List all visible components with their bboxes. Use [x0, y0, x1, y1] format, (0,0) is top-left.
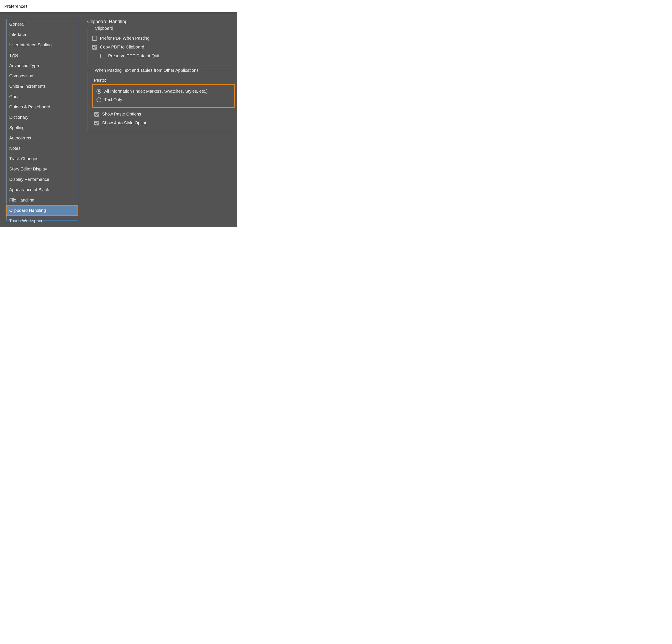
radio-text-only-label: Text Only	[104, 97, 122, 102]
paste-label: Paste:	[94, 78, 235, 83]
sidebar-item-ui-scaling[interactable]: User Interface Scaling	[7, 40, 78, 50]
preserve-pdf-row[interactable]: Preserve PDF Data at Quit	[100, 54, 235, 58]
sidebar-item-general[interactable]: General	[7, 19, 78, 29]
window-title: Preferences	[0, 0, 237, 12]
sidebar-item-advanced-type[interactable]: Advanced Type	[7, 60, 78, 71]
paste-radio-group: All Information (Index Markers, Swatches…	[92, 84, 235, 108]
sidebar-item-interface[interactable]: Interface	[7, 29, 78, 40]
radio-all-information-input[interactable]	[96, 89, 101, 94]
content-panel: Clipboard Handling Clipboard Prefer PDF …	[87, 19, 237, 221]
sidebar-item-spelling[interactable]: Spelling	[7, 122, 78, 133]
prefer-pdf-label: Prefer PDF When Pasting	[100, 36, 149, 41]
sidebar-item-track-changes[interactable]: Track Changes	[7, 153, 78, 164]
sidebar-item-grids[interactable]: Grids	[7, 91, 78, 102]
sidebar-item-clipboard-handling[interactable]: Clipboard Handling	[7, 205, 78, 215]
sidebar-item-type[interactable]: Type	[7, 50, 78, 60]
prefer-pdf-checkbox[interactable]	[92, 36, 97, 41]
main-area: General Interface User Interface Scaling…	[0, 12, 237, 227]
sidebar-item-units-increments[interactable]: Units & Increments	[7, 81, 78, 91]
sidebar-item-autocorrect[interactable]: Autocorrect	[7, 133, 78, 143]
radio-all-information-label: All Information (Index Markers, Swatches…	[104, 89, 208, 94]
show-auto-style-label: Show Auto Style Option	[102, 120, 147, 126]
radio-text-only-input[interactable]	[96, 97, 101, 102]
sidebar-item-dictionary[interactable]: Dictionary	[7, 112, 78, 122]
show-paste-options-checkbox[interactable]	[94, 112, 99, 117]
pasting-legend: When Pasting Text and Tables from Other …	[93, 68, 201, 73]
preserve-pdf-checkbox[interactable]	[100, 54, 105, 58]
preserve-pdf-label: Preserve PDF Data at Quit	[108, 54, 159, 58]
show-auto-style-checkbox[interactable]	[94, 121, 99, 126]
sidebar-item-composition[interactable]: Composition	[7, 71, 78, 81]
clipboard-fieldset: Clipboard Prefer PDF When Pasting Copy P…	[87, 29, 237, 64]
panel-title: Clipboard Handling	[87, 19, 237, 24]
radio-all-information[interactable]: All Information (Index Markers, Swatches…	[96, 87, 232, 95]
show-auto-style-row[interactable]: Show Auto Style Option	[94, 120, 235, 126]
pasting-fieldset: When Pasting Text and Tables from Other …	[87, 71, 237, 131]
prefer-pdf-row[interactable]: Prefer PDF When Pasting	[92, 36, 235, 41]
sidebar-item-touch-workspace[interactable]: Touch Workspace	[7, 215, 78, 226]
sidebar-item-file-handling[interactable]: File Handling	[7, 195, 78, 205]
show-paste-options-row[interactable]: Show Paste Options	[94, 112, 235, 117]
radio-text-only[interactable]: Text Only	[96, 95, 232, 104]
sidebar-item-notes[interactable]: Notes	[7, 143, 78, 153]
copy-pdf-checkbox[interactable]	[92, 45, 97, 49]
copy-pdf-row[interactable]: Copy PDF to Clipboard	[92, 45, 235, 49]
sidebar-item-appearance-of-black[interactable]: Appearance of Black	[7, 185, 78, 195]
sidebar-item-guides-pasteboard[interactable]: Guides & Pasteboard	[7, 102, 78, 112]
sidebar-item-story-editor-display[interactable]: Story Editor Display	[7, 164, 78, 174]
clipboard-legend: Clipboard	[93, 26, 116, 31]
preferences-sidebar: General Interface User Interface Scaling…	[7, 19, 78, 221]
sidebar-item-display-performance[interactable]: Display Performance	[7, 174, 78, 185]
copy-pdf-label: Copy PDF to Clipboard	[100, 45, 144, 49]
show-paste-options-label: Show Paste Options	[102, 112, 141, 117]
